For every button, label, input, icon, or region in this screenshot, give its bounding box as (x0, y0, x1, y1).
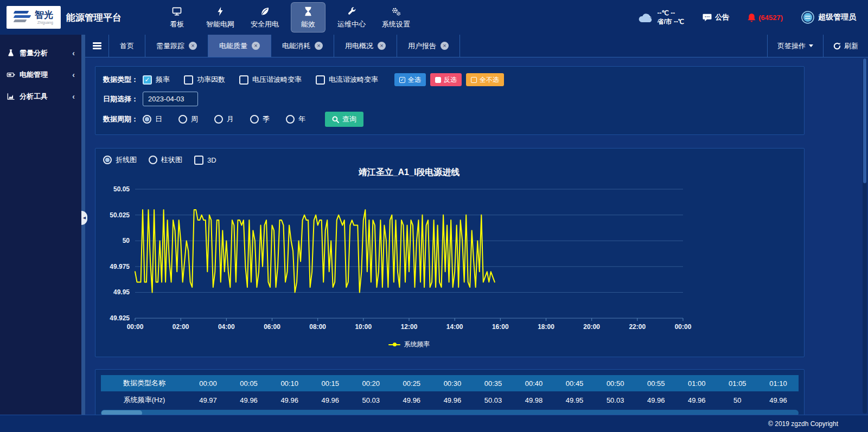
tab-用户报告[interactable]: 用户报告× (397, 35, 460, 57)
value-cell: 50.03 (350, 391, 391, 409)
period-radio-季[interactable]: 季 (250, 114, 270, 124)
svg-text:08:00: 08:00 (309, 323, 326, 331)
svg-text:50.05: 50.05 (113, 185, 130, 193)
tab-operations-button[interactable]: 页签操作 (767, 35, 823, 57)
period-radio-年[interactable]: 年 (286, 114, 305, 124)
checkbox-icon (184, 75, 193, 85)
tab-close-icon[interactable]: × (315, 42, 323, 50)
checkbox-电压谐波畸变率[interactable]: 电压谐波畸变率 (239, 75, 302, 85)
checkbox-checked-icon: ✓ (143, 75, 152, 85)
svg-text:10:00: 10:00 (355, 323, 372, 331)
avatar-icon (801, 11, 814, 24)
chart-type-controls: 折线图柱状图3D (103, 155, 796, 165)
tab-电能消耗[interactable]: 电能消耗× (271, 35, 334, 57)
nav-item-system-settings[interactable]: 系统设置 (378, 2, 414, 33)
nav-item-smart-grid[interactable]: 智能电网 (202, 2, 239, 33)
svg-text:49.975: 49.975 (110, 263, 130, 270)
sidebar-item-demand-analysis[interactable]: 需量分析‹ (0, 42, 81, 64)
wrench-icon (346, 6, 357, 17)
value-cell: 49.96 (310, 391, 350, 409)
tab-用电概况[interactable]: 用电概况× (334, 35, 397, 57)
svg-text:12:00: 12:00 (401, 323, 418, 331)
nav-item-kanban[interactable]: 看板 (159, 2, 194, 33)
sidebar-item-analysis-tools[interactable]: 分析工具‹ (0, 86, 81, 107)
scrollbar-thumb[interactable] (863, 59, 866, 183)
table-row: 系统频率(Hz)49.9749.9649.9649.9650.0349.9649… (101, 391, 799, 409)
checkbox-电流谐波畸变率[interactable]: 电流谐波畸变率 (316, 75, 378, 85)
legend-label: 系统频率 (404, 340, 430, 349)
tab-电能质量[interactable]: 电能质量× (208, 35, 271, 57)
main-nav: 看板智能电网安全用电能效运维中心系统设置 (159, 0, 414, 35)
tab-label: 用户报告 (408, 41, 436, 51)
empty-square-icon (471, 77, 477, 83)
period-radio-周[interactable]: 周 (178, 114, 198, 124)
tab-label: 首页 (120, 41, 134, 51)
sidebar-divider: ◀ (81, 35, 85, 415)
alert-count: (64527) (758, 14, 783, 22)
chart-type-折线图[interactable]: 折线图 (103, 155, 137, 165)
chart-panel: 折线图柱状图3D 靖江圣立_A1_I段电源进线 50.0550.0255049.… (95, 148, 805, 357)
sidebar-item-energy-management[interactable]: 电能管理‹ (0, 64, 81, 86)
filter-button-全选[interactable]: ✓全选 (394, 73, 426, 86)
data-type-label: 数据类型： (103, 75, 138, 85)
tab-close-icon[interactable]: × (441, 42, 449, 50)
hamburger-menu-button[interactable] (85, 35, 109, 57)
date-label: 日期选择： (103, 94, 138, 104)
table-column-header: 00:55 (636, 375, 676, 391)
tab-operations-label: 页签操作 (777, 41, 806, 51)
chart-type-柱状图[interactable]: 柱状图 (149, 155, 182, 165)
checkbox-label: 功率因数 (197, 75, 225, 85)
row-name-cell: 系统频率(Hz) (101, 391, 188, 409)
chart-title: 靖江圣立_A1_I段电源进线 (135, 167, 683, 178)
chevron-down-icon (809, 44, 813, 47)
svg-text:18:00: 18:00 (538, 323, 554, 331)
alert-counter[interactable]: (64527) (748, 13, 783, 22)
user-menu[interactable]: 超级管理员 (801, 11, 856, 24)
nav-item-safe-power[interactable]: 安全用电 (246, 2, 283, 33)
radio-icon (178, 115, 187, 124)
filled-square-icon (435, 77, 441, 83)
checkbox-icon (239, 75, 248, 85)
period-radio-label: 季 (263, 114, 270, 124)
value-cell: 49.97 (188, 391, 228, 409)
period-radio-月[interactable]: 月 (214, 114, 234, 124)
date-input[interactable] (143, 92, 198, 106)
frequency-line-chart[interactable]: 50.0550.0255049.97549.9549.92500:0002:00… (103, 182, 796, 334)
table-horizontal-scrollbar[interactable] (101, 410, 799, 415)
period-radio-label: 周 (191, 114, 198, 124)
tab-close-icon[interactable]: × (189, 42, 197, 50)
check-square-icon: ✓ (399, 77, 405, 83)
checkbox-icon (194, 156, 203, 165)
flask-icon (7, 49, 20, 57)
chevron-left-icon: ‹ (72, 92, 75, 101)
svg-text:50: 50 (123, 237, 130, 244)
period-radio-日[interactable]: 日 (143, 114, 162, 124)
app-title: 能源管理平台 (66, 11, 122, 24)
chart-legend[interactable]: 系统频率 (135, 337, 683, 351)
table-column-header: 00:45 (554, 375, 595, 391)
notice-button[interactable]: 公告 (703, 12, 729, 22)
tab-需量跟踪[interactable]: 需量跟踪× (145, 35, 208, 57)
nav-item-energy-efficiency[interactable]: 能效 (291, 2, 326, 33)
query-button[interactable]: 查询 (325, 112, 363, 127)
content-vertical-scrollbar[interactable] (863, 59, 867, 414)
filter-button-反选[interactable]: 反选 (430, 73, 462, 86)
radio-icon (214, 115, 223, 124)
refresh-label: 刷新 (844, 41, 858, 51)
scrollbar-thumb[interactable] (101, 410, 142, 415)
radio-icon (286, 115, 295, 124)
checkbox-icon (316, 75, 325, 85)
tab-close-icon[interactable]: × (378, 42, 386, 50)
checkbox-频率[interactable]: ✓频率 (143, 75, 170, 85)
tab-close-icon[interactable]: × (252, 42, 260, 50)
chart-type-3D[interactable]: 3D (194, 156, 216, 165)
table-column-header: 数据类型名称 (101, 375, 188, 391)
nav-item-ops-center[interactable]: 运维中心 (333, 2, 370, 33)
table-column-header: 00:35 (473, 375, 513, 391)
checkbox-label: 电压谐波畸变率 (252, 75, 302, 85)
filter-button-全不选[interactable]: 全不选 (466, 73, 504, 86)
sidebar-item-label: 分析工具 (20, 92, 72, 101)
tab-首页[interactable]: 首页 (109, 35, 145, 57)
checkbox-功率因数[interactable]: 功率因数 (184, 75, 225, 85)
refresh-button[interactable]: 刷新 (823, 35, 868, 57)
